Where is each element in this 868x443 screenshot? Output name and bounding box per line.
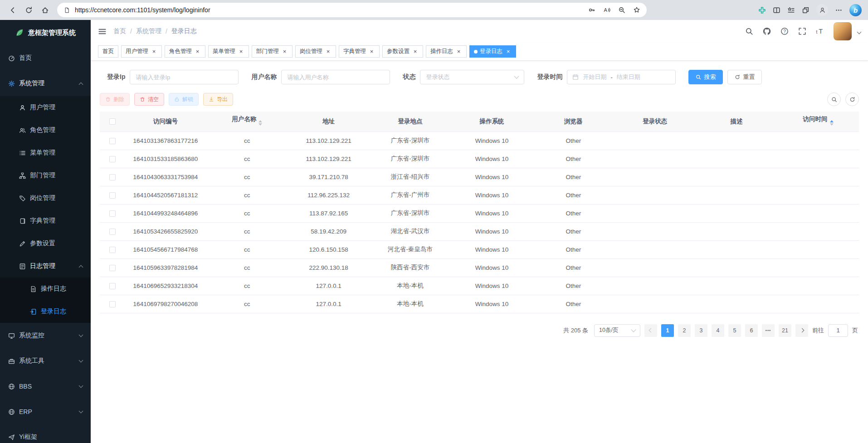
- tab-post-mgmt[interactable]: 岗位管理: [295, 45, 336, 58]
- breadcrumb-home[interactable]: 首页: [113, 27, 126, 35]
- browser-refresh-button[interactable]: [21, 2, 36, 18]
- tab-param-settings[interactable]: 参数设置: [382, 45, 423, 58]
- sidebar-item-post-mgmt[interactable]: 岗位管理: [0, 187, 91, 209]
- browser-back-button[interactable]: [5, 2, 20, 18]
- sort-carets-icon[interactable]: [830, 118, 834, 127]
- extensions-icon[interactable]: [758, 6, 766, 14]
- sidebar-item-log-mgmt[interactable]: 日志管理: [0, 255, 91, 277]
- close-tab-icon[interactable]: [505, 48, 512, 55]
- row-checkbox[interactable]: [109, 229, 116, 235]
- password-key-icon[interactable]: [588, 6, 595, 14]
- url-text[interactable]: https://ccnetcore.com:1101/system/log/lo…: [75, 6, 210, 14]
- table-row[interactable]: 1641031533185863680 cc 113.102.129.221 广…: [100, 150, 859, 168]
- sidebar-item-system-tools[interactable]: 系统工具: [0, 348, 91, 374]
- row-checkbox[interactable]: [109, 174, 116, 180]
- page-info-icon[interactable]: [63, 7, 70, 14]
- filter-date-range-picker[interactable]: 开始日期 - 结束日期: [567, 70, 676, 84]
- close-tab-icon[interactable]: [151, 48, 157, 55]
- tab-op-log[interactable]: 操作日志: [426, 45, 467, 58]
- table-row[interactable]: 1641069798270046208 cc 127.0.0.1 本地-本机 W…: [100, 295, 859, 313]
- favorite-star-icon[interactable]: [633, 6, 640, 14]
- sidebar-item-erp[interactable]: ERP: [0, 399, 91, 424]
- clear-button[interactable]: 清空: [134, 93, 164, 106]
- refresh-table-button[interactable]: [845, 92, 859, 106]
- select-all-checkbox[interactable]: [109, 118, 116, 125]
- bing-copilot-icon[interactable]: [849, 4, 862, 16]
- tab-user-mgmt[interactable]: 用户管理: [121, 45, 162, 58]
- export-button[interactable]: 导出: [203, 93, 233, 106]
- goto-page-input[interactable]: [828, 324, 848, 337]
- search-button[interactable]: 搜索: [688, 70, 723, 84]
- favorites-bar-icon[interactable]: [787, 6, 795, 14]
- read-aloud-icon[interactable]: [603, 6, 610, 14]
- app-logo[interactable]: 意框架管理系统: [0, 20, 91, 45]
- more-pages-button[interactable]: •••: [762, 324, 775, 337]
- tab-login-log[interactable]: 登录日志: [469, 45, 516, 58]
- tab-home[interactable]: 首页: [98, 45, 118, 58]
- font-size-icon[interactable]: [816, 27, 824, 35]
- row-checkbox[interactable]: [109, 283, 116, 289]
- close-tab-icon[interactable]: [238, 48, 244, 55]
- close-tab-icon[interactable]: [368, 48, 375, 55]
- sidebar-item-dict-mgmt[interactable]: 字典管理: [0, 209, 91, 232]
- user-avatar[interactable]: [834, 22, 852, 40]
- address-bar[interactable]: https://ccnetcore.com:1101/system/log/lo…: [57, 3, 647, 17]
- tab-menu-mgmt[interactable]: 菜单管理: [208, 45, 249, 58]
- split-screen-icon[interactable]: [773, 6, 780, 14]
- table-row[interactable]: 1641044993248464896 cc 113.87.92.165 广东省…: [100, 204, 859, 222]
- sidebar-item-system-monitor[interactable]: 系统监控: [0, 323, 91, 348]
- page-button-6[interactable]: 6: [745, 324, 758, 337]
- row-checkbox[interactable]: [109, 265, 116, 271]
- sidebar-item-role-mgmt[interactable]: 角色管理: [0, 119, 91, 141]
- browser-menu-icon[interactable]: [835, 6, 843, 14]
- page-button-21[interactable]: 21: [779, 324, 791, 337]
- sidebar-item-yi-framework[interactable]: Yi框架: [0, 424, 91, 443]
- table-row[interactable]: 1641059633978281984 cc 222.90.130.18 陕西省…: [100, 258, 859, 277]
- tab-dept-mgmt[interactable]: 部门管理: [252, 45, 293, 58]
- breadcrumb-system-mgmt[interactable]: 系统管理: [136, 27, 161, 35]
- page-button-3[interactable]: 3: [695, 324, 707, 337]
- avatar-caret-down-icon[interactable]: [857, 29, 862, 34]
- page-button-4[interactable]: 4: [712, 324, 724, 337]
- sidebar-item-system-mgmt[interactable]: 系统管理: [0, 71, 91, 96]
- sidebar-item-bbs[interactable]: BBS: [0, 374, 91, 399]
- close-tab-icon[interactable]: [325, 48, 332, 55]
- col-visit-time[interactable]: 访问时间: [777, 112, 859, 131]
- sort-carets-icon[interactable]: [258, 118, 262, 127]
- table-row[interactable]: 1641044520567181312 cc 112.96.225.132 广东…: [100, 186, 859, 204]
- tab-dict-mgmt[interactable]: 字典管理: [339, 45, 380, 58]
- row-checkbox[interactable]: [109, 247, 116, 253]
- show-search-button[interactable]: [827, 92, 841, 106]
- table-row[interactable]: 1641031367863177216 cc 113.102.129.221 广…: [100, 131, 859, 150]
- close-tab-icon[interactable]: [281, 48, 288, 55]
- next-page-button[interactable]: [795, 324, 808, 337]
- zoom-icon[interactable]: [618, 6, 625, 14]
- help-icon[interactable]: [780, 27, 789, 35]
- page-button-5[interactable]: 5: [728, 324, 741, 337]
- sidebar-item-param-settings[interactable]: 参数设置: [0, 232, 91, 255]
- unlock-button[interactable]: 解锁: [169, 93, 199, 106]
- row-checkbox[interactable]: [109, 210, 116, 217]
- fullscreen-icon[interactable]: [798, 27, 806, 35]
- filter-login-ip-input[interactable]: [130, 70, 239, 84]
- browser-profile-avatar[interactable]: [816, 4, 828, 16]
- tab-role-mgmt[interactable]: 角色管理: [165, 45, 205, 58]
- sidebar-item-home[interactable]: 首页: [0, 45, 91, 71]
- github-icon[interactable]: [763, 27, 771, 35]
- row-checkbox[interactable]: [109, 192, 116, 199]
- row-checkbox[interactable]: [109, 156, 116, 162]
- sidebar-item-menu-mgmt[interactable]: 菜单管理: [0, 141, 91, 164]
- filter-status-select[interactable]: 登录状态: [420, 70, 524, 84]
- table-row[interactable]: 1641043063331753984 cc 39.171.210.78 浙江省…: [100, 168, 859, 186]
- page-button-1[interactable]: 1: [661, 324, 674, 337]
- sidebar-item-op-log[interactable]: 操作日志: [0, 277, 91, 300]
- sidebar-item-dept-mgmt[interactable]: 部门管理: [0, 164, 91, 187]
- col-user-name[interactable]: 用户名称: [206, 112, 288, 131]
- row-checkbox[interactable]: [109, 138, 116, 144]
- delete-button[interactable]: 删除: [100, 93, 130, 106]
- reset-button[interactable]: 重置: [727, 70, 762, 84]
- page-size-select[interactable]: 10条/页: [594, 324, 640, 337]
- page-button-2[interactable]: 2: [678, 324, 691, 337]
- sidebar-item-user-mgmt[interactable]: 用户管理: [0, 96, 91, 119]
- close-tab-icon[interactable]: [194, 48, 201, 55]
